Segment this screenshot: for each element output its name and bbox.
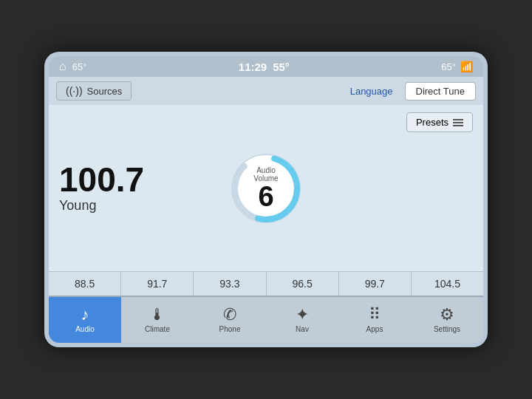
screen: ⌂ 65° 11:29 55° 65° 📶 ((·)) Sources La: [49, 56, 483, 343]
volume-label: Audio Volume: [246, 166, 287, 183]
clock: 11:29: [239, 61, 267, 73]
nav-climate[interactable]: 🌡 Climate: [121, 297, 194, 343]
climate-label: Climate: [145, 325, 170, 333]
volume-knob-container: Audio Volume 6: [225, 148, 307, 229]
sources-label: Sources: [87, 86, 123, 97]
phone-label: Phone: [219, 325, 241, 333]
preset-item-4[interactable]: 96.5: [267, 272, 339, 296]
presets-lines-icon: [453, 119, 463, 126]
status-right: 65° 📶: [441, 61, 473, 72]
temp-center: 55°: [273, 61, 290, 73]
nav-audio[interactable]: ♪ Audio: [49, 297, 121, 343]
nav-navigation[interactable]: ✦ Nav: [266, 297, 338, 343]
station-info: 100.7 Young: [59, 163, 144, 214]
temp-left: 65°: [72, 61, 87, 72]
station-name: Young: [59, 198, 96, 214]
language-button[interactable]: Language: [344, 83, 399, 100]
screen-outer: ⌂ 65° 11:29 55° 65° 📶 ((·)) Sources La: [44, 52, 488, 347]
preset-item-6[interactable]: 104.5: [412, 272, 483, 296]
apps-icon: ⠿: [369, 307, 381, 323]
bottom-nav: ♪ Audio 🌡 Climate ✆ Phone ✦ Nav ⠿ Apps ⚙: [49, 296, 483, 343]
apps-label: Apps: [366, 325, 383, 333]
audio-icon: ♪: [81, 307, 89, 323]
preset-item-5[interactable]: 99.7: [339, 272, 412, 296]
radio-area: 100.7 Young: [49, 105, 483, 271]
preset-item-2[interactable]: 91.7: [121, 272, 194, 296]
settings-icon: ⚙: [440, 307, 454, 323]
audio-label: Audio: [75, 325, 95, 333]
direct-tune-button[interactable]: Direct Tune: [405, 82, 476, 100]
station-frequency: 100.7: [59, 163, 144, 197]
sources-button[interactable]: ((·)) Sources: [56, 81, 132, 100]
wifi-icon: 📶: [460, 61, 473, 72]
status-center: 11:29 55°: [239, 61, 290, 73]
main-content: ((·)) Sources Language Direct Tune 100.7…: [49, 77, 483, 296]
home-icon[interactable]: ⌂: [59, 60, 66, 73]
climate-icon: 🌡: [149, 307, 166, 323]
temp-right: 65°: [441, 61, 456, 72]
nav-phone[interactable]: ✆ Phone: [194, 297, 266, 343]
nav-settings[interactable]: ⚙ Settings: [411, 297, 483, 343]
volume-number: 6: [258, 181, 273, 212]
presets-label: Presets: [416, 117, 449, 128]
volume-inner: Audio Volume 6: [246, 166, 287, 211]
settings-label: Settings: [434, 325, 460, 333]
presets-row: 88.5 91.7 93.3 96.5 99.7 104.5: [49, 271, 483, 296]
nav-apps[interactable]: ⠿ Apps: [338, 297, 411, 343]
volume-knob[interactable]: Audio Volume 6: [225, 148, 307, 229]
preset-item-3[interactable]: 93.3: [194, 272, 266, 296]
nav-icon: ✦: [296, 307, 309, 323]
nav-label: Nav: [296, 325, 309, 333]
top-bar: ((·)) Sources Language Direct Tune: [49, 77, 483, 105]
status-left: ⌂ 65°: [59, 60, 86, 73]
preset-item-1[interactable]: 88.5: [49, 272, 121, 296]
phone-icon: ✆: [223, 307, 236, 323]
presets-button[interactable]: Presets: [406, 112, 473, 132]
sources-icon: ((·)): [66, 85, 83, 97]
status-bar: ⌂ 65° 11:29 55° 65° 📶: [49, 56, 483, 77]
